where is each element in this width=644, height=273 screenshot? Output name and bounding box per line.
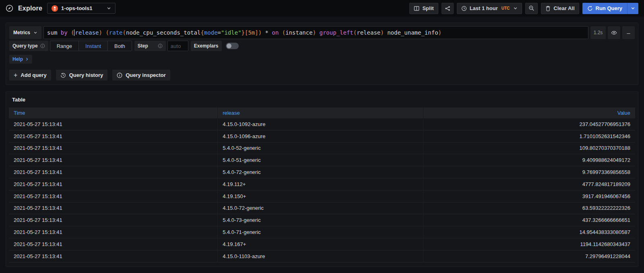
- table-row: 2021-05-27 15:13:414.19.167+1194.1142680…: [9, 238, 635, 250]
- query-token: sum: [47, 29, 61, 36]
- time-cell: 2021-05-27 15:13:41: [9, 214, 217, 226]
- info-icon: [158, 43, 163, 48]
- run-query-dropdown[interactable]: [627, 3, 638, 14]
- add-query-button[interactable]: + Add query: [9, 70, 51, 81]
- query-token: {: [200, 29, 204, 36]
- split-button[interactable]: Split: [409, 3, 438, 14]
- query-type-both[interactable]: Both: [107, 41, 132, 51]
- value-cell: 237.04527706951376: [423, 118, 635, 130]
- page-title: Explore: [18, 5, 42, 12]
- sync-icon: [587, 6, 593, 11]
- help-button[interactable]: Help: [9, 55, 32, 64]
- time-cell: 2021-05-27 15:13:41: [9, 226, 217, 238]
- release-cell: 5.4.0-52-generic: [217, 143, 423, 154]
- time-cell: 2021-05-27 15:13:41: [9, 130, 217, 142]
- run-query-split-button: Run Query: [582, 3, 638, 14]
- timezone-label: UTC: [502, 6, 510, 10]
- value-cell: 9.769973369856558: [423, 166, 635, 178]
- query-token: =: [218, 29, 221, 36]
- plus-icon: +: [14, 72, 17, 79]
- release-cell: 4.19.167+: [217, 238, 423, 250]
- chevron-down-icon: [513, 6, 518, 10]
- history-icon: [60, 72, 66, 78]
- release-cell: 4.19.112+: [217, 178, 423, 190]
- datasource-picker[interactable]: 1-ops-tools1: [47, 3, 116, 14]
- query-token: release: [357, 29, 380, 36]
- query-duration-badge: 1.2s: [590, 26, 606, 39]
- table-row: 2021-05-27 15:13:414.19.150+3917.4919460…: [9, 190, 635, 203]
- release-cell: 5.4.0-72-generic: [217, 166, 423, 178]
- metrics-label: Metrics: [13, 30, 30, 35]
- prometheus-icon: [52, 5, 58, 12]
- table-row: 2021-05-27 15:13:414.15.0-1103-azure7.29…: [9, 250, 635, 263]
- table-row: 2021-05-27 15:13:415.4.0-71-generic14.95…: [9, 226, 635, 238]
- query-type-instant[interactable]: Instant: [78, 41, 107, 51]
- value-cell: 14.954438333080587: [423, 226, 635, 238]
- release-cell: 5.4.0-73-generic: [217, 214, 423, 226]
- value-cell: 437.3266666666651: [423, 214, 635, 226]
- value-cell: 4777.824817189209: [423, 178, 635, 190]
- value-cell: 63.59322222222326: [423, 203, 635, 214]
- share-button[interactable]: [442, 3, 454, 14]
- split-label: Split: [422, 5, 433, 11]
- query-token: ): [380, 29, 384, 36]
- table-row: 2021-05-27 15:13:414.15.0-72-generic63.5…: [9, 203, 635, 215]
- column-header-release[interactable]: release: [217, 108, 423, 118]
- time-range-picker[interactable]: Last 1 hour UTC: [457, 3, 522, 14]
- query-token: instance: [285, 29, 312, 36]
- query-token: release: [75, 29, 99, 36]
- query-token: [279, 29, 282, 36]
- explore-compass-icon: [6, 4, 13, 12]
- query-token: (: [105, 29, 109, 36]
- collapse-query-button[interactable]: –: [622, 26, 635, 39]
- column-header-time[interactable]: Time: [9, 108, 217, 118]
- query-token: by: [61, 29, 68, 36]
- zoom-out-button[interactable]: [525, 3, 538, 14]
- query-inspector-button[interactable]: Query inspector: [112, 70, 170, 81]
- release-cell: 4.15.0-1103-azure: [217, 250, 423, 262]
- step-input[interactable]: [167, 41, 188, 51]
- query-token: ): [258, 29, 262, 36]
- release-cell: 4.15.0-72-generic: [217, 203, 423, 214]
- promql-query-input[interactable]: sum by (release) (rate(node_cpu_seconds_…: [43, 26, 588, 39]
- time-cell: 2021-05-27 15:13:41: [9, 203, 217, 214]
- clear-all-label: Clear All: [553, 5, 574, 11]
- query-token: (: [123, 29, 126, 36]
- query-token: on: [272, 29, 279, 36]
- release-cell: 4.15.0-1096-azure: [217, 130, 423, 142]
- query-type-range[interactable]: Range: [50, 41, 78, 51]
- exemplars-toggle[interactable]: [226, 43, 239, 49]
- chevron-right-icon: [25, 57, 29, 61]
- table-row: 2021-05-27 15:13:415.4.0-73-generic437.3…: [9, 214, 635, 226]
- info-icon: [117, 72, 122, 78]
- column-header-value[interactable]: Value: [423, 108, 635, 118]
- run-query-label: Run Query: [596, 5, 622, 11]
- release-cell: 5.4.0-51-generic: [217, 154, 423, 166]
- datasource-name: 1-ops-tools1: [61, 5, 92, 11]
- query-token: [102, 29, 105, 36]
- query-token: node_uname_info: [384, 29, 438, 36]
- info-icon: [40, 43, 45, 48]
- query-history-button[interactable]: Query history: [56, 70, 108, 81]
- trash-icon: [545, 6, 551, 11]
- release-cell: 5.4.0-71-generic: [217, 226, 423, 238]
- query-token: mode: [204, 29, 218, 36]
- query-editor-panel: Metrics sum by (release) (rate(node_cpu_…: [6, 23, 638, 85]
- clock-icon: [461, 6, 467, 11]
- clear-all-button[interactable]: Clear All: [541, 3, 579, 14]
- query-token: ): [438, 29, 442, 36]
- zoom-out-icon: [528, 5, 535, 11]
- metrics-dropdown[interactable]: Metrics: [9, 26, 41, 39]
- query-token: }: [242, 29, 245, 36]
- table-row: 2021-05-27 15:13:415.4.0-52-generic109.8…: [9, 143, 635, 155]
- query-token: [5m]: [245, 29, 258, 36]
- query-token: [68, 29, 71, 36]
- table-row: 2021-05-27 15:13:415.4.0-51-generic9.409…: [9, 154, 635, 166]
- query-token: *: [262, 29, 272, 36]
- eye-icon: [611, 30, 617, 36]
- preview-toggle-button[interactable]: [608, 26, 620, 39]
- time-cell: 2021-05-27 15:13:41: [9, 118, 217, 130]
- query-type-options: Range Instant Both: [50, 41, 132, 51]
- table-header-row: Time release Value: [9, 108, 635, 118]
- run-query-button[interactable]: Run Query: [582, 3, 627, 14]
